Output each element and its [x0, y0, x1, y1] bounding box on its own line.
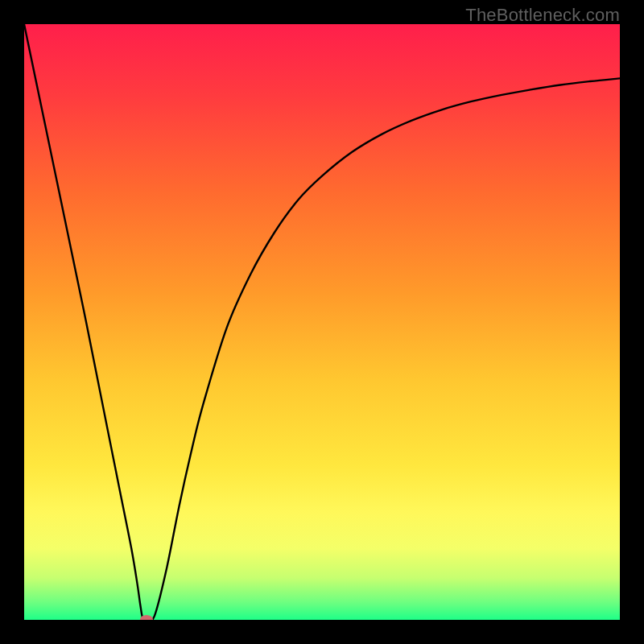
- watermark-text: TheBottleneck.com: [465, 5, 620, 26]
- optimum-marker: [140, 615, 153, 620]
- chart-frame: TheBottleneck.com: [0, 0, 644, 644]
- curve-layer: [24, 24, 620, 620]
- bottleneck-curve: [24, 24, 620, 620]
- plot-area: [24, 24, 620, 620]
